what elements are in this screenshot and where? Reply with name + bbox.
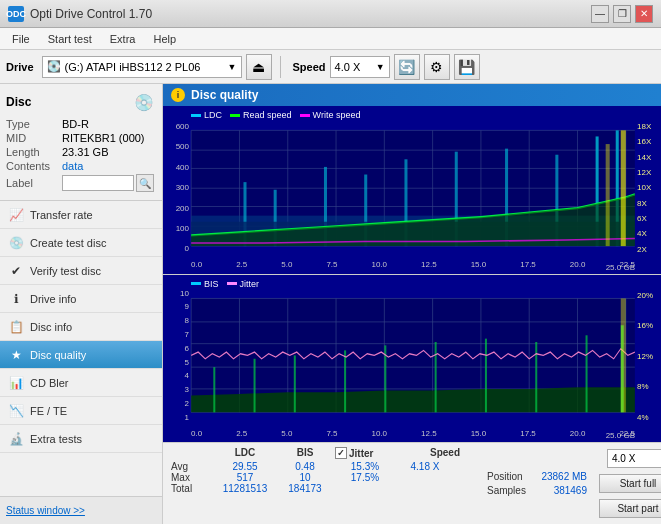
- type-label: Type: [6, 118, 62, 130]
- sidebar-label-cd-bler: CD Bler: [30, 377, 69, 389]
- position-value: 23862 MB: [537, 471, 587, 482]
- speed-select-chart[interactable]: 4.0 X ▼: [607, 449, 661, 468]
- sidebar-item-extra-tests[interactable]: 🔬 Extra tests: [0, 425, 162, 453]
- write-color: [300, 114, 310, 117]
- max-bis: 10: [275, 472, 335, 483]
- legend-jitter-label: Jitter: [240, 279, 260, 289]
- refresh-button[interactable]: 🔄: [394, 54, 420, 80]
- avg-label: Avg: [171, 461, 215, 472]
- top-chart-svg: [163, 106, 661, 274]
- sidebar-item-drive-info[interactable]: ℹ Drive info: [0, 285, 162, 313]
- extra-tests-icon: 🔬: [8, 431, 24, 447]
- svg-rect-54: [344, 350, 346, 412]
- toolbar: Drive 💽 (G:) ATAPI iHBS112 2 PL06 ▼ ⏏ Sp…: [0, 50, 661, 84]
- sidebar-label-create-test-disc: Create test disc: [30, 237, 106, 249]
- chart-title-icon: i: [171, 88, 185, 102]
- legend-read: Read speed: [230, 110, 292, 120]
- sidebar-label-fe-te: FE / TE: [30, 405, 67, 417]
- avg-bis: 0.48: [275, 461, 335, 472]
- svg-rect-57: [485, 338, 487, 412]
- disc-icon: 💿: [132, 90, 156, 114]
- disc-label-row: Label 🔍: [6, 174, 156, 192]
- drive-dropdown-arrow: ▼: [228, 62, 237, 72]
- start-full-button[interactable]: Start full: [599, 474, 661, 493]
- title-bar: ODC Opti Drive Control 1.70 — ❐ ✕: [0, 0, 661, 28]
- ldc-header: LDC: [215, 447, 275, 459]
- svg-rect-31: [621, 130, 626, 246]
- length-label: Length: [6, 146, 62, 158]
- legend-bis: BIS: [191, 279, 219, 289]
- max-label: Max: [171, 472, 215, 483]
- save-button[interactable]: 💾: [454, 54, 480, 80]
- legend-ldc: LDC: [191, 110, 222, 120]
- svg-rect-61: [621, 298, 626, 412]
- right-panel: i Disc quality LDC Read speed Write spee…: [163, 84, 661, 524]
- total-row: Total 11281513 184173: [171, 483, 475, 494]
- disc-contents-row: Contents data: [6, 160, 156, 172]
- status-window-button[interactable]: Status window >>: [6, 505, 85, 516]
- sidebar-label-disc-quality: Disc quality: [30, 349, 86, 361]
- toolbar-separator: [280, 56, 281, 78]
- close-button[interactable]: ✕: [635, 5, 653, 23]
- sidebar-item-cd-bler[interactable]: 📊 CD Bler: [0, 369, 162, 397]
- menu-file[interactable]: File: [4, 31, 38, 47]
- svg-rect-51: [213, 367, 215, 412]
- total-ldc: 11281513: [215, 483, 275, 494]
- contents-label: Contents: [6, 160, 62, 172]
- restore-button[interactable]: ❐: [613, 5, 631, 23]
- menu-help[interactable]: Help: [145, 31, 184, 47]
- sidebar-item-disc-quality[interactable]: ★ Disc quality: [0, 341, 162, 369]
- sidebar-item-disc-info[interactable]: 📋 Disc info: [0, 313, 162, 341]
- total-label: Total: [171, 483, 215, 494]
- start-full-label: Start full: [620, 478, 657, 489]
- speed-select-toolbar[interactable]: 4.0 X ▼: [330, 56, 390, 78]
- main-area: Disc 💿 Type BD-R MID RITEKBR1 (000) Leng…: [0, 84, 661, 524]
- sidebar-item-transfer-rate[interactable]: 📈 Transfer rate: [0, 201, 162, 229]
- disc-info-icon: 📋: [8, 319, 24, 335]
- jitter-checkbox[interactable]: ✓: [335, 447, 347, 459]
- app-icon: ODC: [8, 6, 24, 22]
- disc-length-row: Length 23.31 GB: [6, 146, 156, 158]
- position-row: Position 23862 MB: [487, 471, 587, 482]
- settings-button[interactable]: ⚙: [424, 54, 450, 80]
- label-btn[interactable]: 🔍: [136, 174, 154, 192]
- sidebar-item-fe-te[interactable]: 📉 FE / TE: [0, 397, 162, 425]
- menu-extra[interactable]: Extra: [102, 31, 144, 47]
- title-bar-left: ODC Opti Drive Control 1.70: [8, 6, 152, 22]
- sidebar-label-disc-info: Disc info: [30, 321, 72, 333]
- sidebar-label-drive-info: Drive info: [30, 293, 76, 305]
- drive-select[interactable]: 💽 (G:) ATAPI iHBS112 2 PL06 ▼: [42, 56, 242, 78]
- avg-ldc: 29.55: [215, 461, 275, 472]
- minimize-button[interactable]: —: [591, 5, 609, 23]
- legend-bis-label: BIS: [204, 279, 219, 289]
- eject-button[interactable]: ⏏: [246, 54, 272, 80]
- samples-value: 381469: [537, 485, 587, 496]
- start-part-label: Start part: [617, 503, 658, 514]
- drive-label: Drive: [6, 61, 34, 73]
- samples-label: Samples: [487, 485, 533, 496]
- position-info: Position 23862 MB Samples 381469: [483, 443, 591, 524]
- mid-value: RITEKBR1 (000): [62, 132, 145, 144]
- bottom-controls: LDC BIS ✓ Jitter Speed Avg 29.55 0.48: [163, 442, 661, 524]
- max-jitter: 17.5%: [335, 472, 395, 483]
- stats-data: Avg 29.55 0.48 15.3% 4.18 X Max 517 10 1…: [171, 461, 475, 494]
- avg-row: Avg 29.55 0.48 15.3% 4.18 X: [171, 461, 475, 472]
- bis-header: BIS: [275, 447, 335, 459]
- create-test-disc-icon: 💿: [8, 235, 24, 251]
- legend-jitter: Jitter: [227, 279, 260, 289]
- bottom-chart-svg: [163, 275, 661, 443]
- menu-start-test[interactable]: Start test: [40, 31, 100, 47]
- start-part-button[interactable]: Start part: [599, 499, 661, 518]
- label-input[interactable]: [62, 175, 134, 191]
- sidebar-item-verify-test-disc[interactable]: ✔ Verify test disc: [0, 257, 162, 285]
- speed-dropdown-arrow: ▼: [376, 62, 385, 72]
- sidebar-item-create-test-disc[interactable]: 💿 Create test disc: [0, 229, 162, 257]
- disc-quality-icon: ★: [8, 347, 24, 363]
- chart-bottom: BIS Jitter 10 9 8 7 6 5 4 3 2 1: [163, 275, 661, 443]
- chart-top: LDC Read speed Write speed 600 500 400 3…: [163, 106, 661, 275]
- svg-rect-59: [586, 335, 588, 412]
- max-ldc: 517: [215, 472, 275, 483]
- length-value: 23.31 GB: [62, 146, 108, 158]
- drive-value: (G:) ATAPI iHBS112 2 PL06: [65, 61, 201, 73]
- contents-value: data: [62, 160, 83, 172]
